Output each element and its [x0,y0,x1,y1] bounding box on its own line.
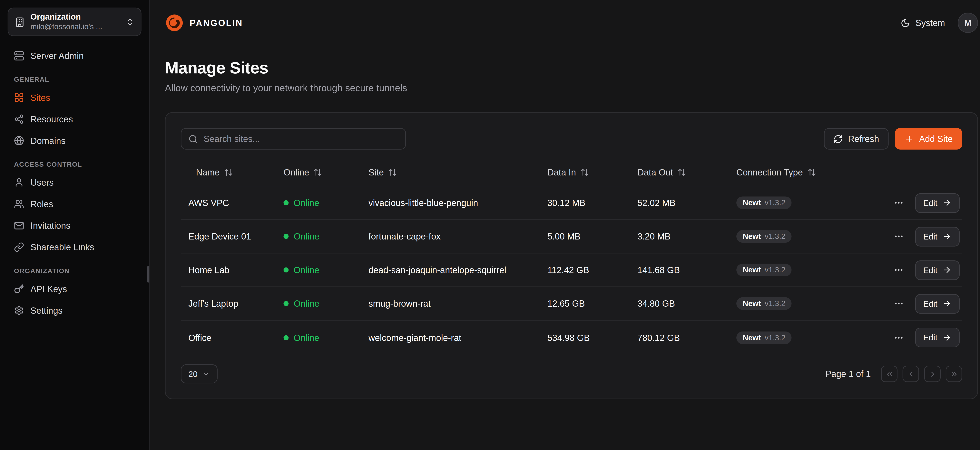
building-icon [14,17,25,27]
scrollbar-thumb[interactable] [147,266,149,282]
add-site-button[interactable]: Add Site [895,128,962,150]
connection-type-badge: Newtv1.3.2 [737,331,792,344]
row-menu-button[interactable] [892,196,905,209]
column-header-site[interactable]: Site [361,167,540,177]
section-label-organization: ORGANIZATION [14,267,135,274]
chevron-down-icon [203,370,210,378]
table-header-row: Name Online Site Data In Data Out Connec… [181,158,962,186]
sidebar-item-users[interactable]: Users [8,172,142,193]
sidebar-item-shareable-links[interactable]: Shareable Links [8,236,142,258]
data-out-cell: 34.80 GB [630,298,729,309]
column-header-name[interactable]: Name [181,167,276,177]
data-in-cell: 534.98 GB [540,332,630,342]
section-label-general: GENERAL [14,76,135,83]
sidebar-item-sites[interactable]: Sites [8,87,142,108]
connection-type-badge: Newtv1.3.2 [737,297,792,310]
table-row: Jeff's Laptop Online smug-brown-rat 12.6… [181,287,962,321]
row-actions: Edit [875,328,962,347]
sidebar-nav: Server Admin GENERAL Sites Resources Dom… [8,45,142,322]
page-size-select[interactable]: 20 [181,364,218,383]
theme-toggle[interactable]: System [901,18,945,28]
link-icon [14,242,24,252]
sidebar-item-label: Sites [30,93,50,103]
column-header-connection-type[interactable]: Connection Type [729,167,875,177]
page-size-value: 20 [188,369,197,379]
refresh-button[interactable]: Refresh [824,128,889,150]
online-dot [283,268,288,273]
pangolin-logo-icon [165,13,184,32]
online-status-cell: Online [276,231,361,241]
ellipsis-icon [893,231,904,241]
row-menu-button[interactable] [892,331,905,344]
data-in-cell: 30.12 MB [540,198,630,208]
sites-card: Refresh Add Site Name Online Site Data I… [165,112,978,399]
online-status-cell: Online [276,332,361,342]
pager-buttons [881,366,962,382]
connection-type-cell: Newtv1.3.2 [729,297,875,310]
sidebar-item-domains[interactable]: Domains [8,130,142,152]
first-page-button[interactable] [881,366,897,382]
site-name-cell: Office [181,332,276,342]
sites-grid-icon [14,93,24,103]
column-header-data-in[interactable]: Data In [540,167,630,177]
table-toolbar: Refresh Add Site [181,128,962,150]
table-row: AWS VPC Online vivacious-little-blue-pen… [181,186,962,220]
connection-type-badge: Newtv1.3.2 [737,230,792,243]
edit-button[interactable]: Edit [915,260,959,280]
data-out-cell: 3.20 MB [630,231,729,241]
page-head: Manage Sites Allow connectivity to your … [150,46,980,93]
sidebar-item-label: Users [30,177,54,188]
sidebar-item-settings[interactable]: Settings [8,300,142,321]
sidebar-item-roles[interactable]: Roles [8,193,142,215]
column-header-online[interactable]: Online [276,167,361,177]
data-out-cell: 52.02 MB [630,198,729,208]
search-input[interactable] [204,134,398,144]
edit-button[interactable]: Edit [915,193,959,212]
server-icon [14,51,24,61]
globe-icon [14,136,24,146]
site-tunnel-cell: welcome-giant-mole-rat [361,332,540,342]
sidebar-item-api-keys[interactable]: API Keys [8,278,142,300]
row-menu-button[interactable] [892,264,905,276]
plus-icon [905,134,914,144]
edit-button[interactable]: Edit [915,227,959,246]
sidebar-item-invitations[interactable]: Invitations [8,215,142,236]
online-dot [283,335,288,340]
page-subtitle: Allow connectivity to your network throu… [165,82,978,93]
sidebar-item-server-admin[interactable]: Server Admin [8,45,142,67]
site-name-cell: AWS VPC [181,198,276,208]
sidebar-item-label: Invitations [30,221,70,231]
row-menu-button[interactable] [892,230,905,243]
arrow-right-icon [943,198,951,207]
row-menu-button[interactable] [892,297,905,310]
row-actions: Edit [875,294,962,313]
brand[interactable]: PANGOLIN [165,13,243,32]
avatar[interactable]: M [958,13,978,33]
sidebar-item-label: Settings [30,306,62,316]
main-content: PANGOLIN System M Manage Sites Allow con… [150,0,980,450]
data-out-cell: 141.68 GB [630,265,729,275]
sidebar-item-label: Roles [30,199,53,209]
last-page-button[interactable] [946,366,962,382]
arrow-right-icon [943,299,951,308]
edit-button[interactable]: Edit [915,328,959,347]
table-row: Home Lab Online dead-san-joaquin-antelop… [181,254,962,287]
column-header-data-out[interactable]: Data Out [630,167,729,177]
online-status-cell: Online [276,198,361,208]
edit-button[interactable]: Edit [915,294,959,313]
sidebar-item-label: Server Admin [30,51,84,61]
refresh-button-label: Refresh [848,134,879,144]
org-switcher[interactable]: Organization milo@fossorial.io's ... [8,8,142,36]
chevrons-right-icon [950,370,958,378]
sort-icon [807,168,816,176]
connection-type-badge: Newtv1.3.2 [737,264,792,276]
data-out-cell: 780.12 GB [630,332,729,342]
section-label-access-control: ACCESS CONTROL [14,160,135,168]
sidebar-item-label: Shareable Links [30,242,94,252]
app-window: Organization milo@fossorial.io's ... Ser… [0,0,980,450]
previous-page-button[interactable] [902,366,919,382]
next-page-button[interactable] [924,366,940,382]
search-icon [188,134,198,144]
online-status-cell: Online [276,298,361,309]
sidebar-item-resources[interactable]: Resources [8,108,142,130]
